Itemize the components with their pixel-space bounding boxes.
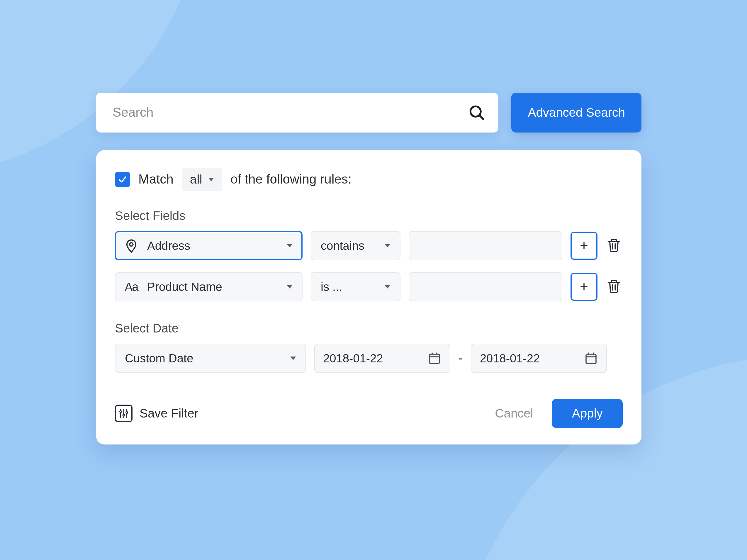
match-row: Match all of the following rules: <box>115 168 623 191</box>
chevron-down-icon <box>287 244 292 248</box>
location-pin-icon <box>124 238 139 253</box>
svg-point-19 <box>123 414 125 416</box>
field-value: Product Name <box>147 280 279 294</box>
save-filter-button[interactable]: Save Filter <box>115 405 199 422</box>
operator-value: contains <box>321 239 385 252</box>
date-type-select[interactable]: Custom Date <box>115 343 306 373</box>
value-input[interactable] <box>409 272 563 301</box>
svg-point-20 <box>126 412 128 413</box>
rule-row: Address contains + <box>115 231 623 260</box>
field-value: Address <box>147 239 279 252</box>
main-content: Advanced Search Match all of the followi… <box>96 93 641 444</box>
date-from-value: 2018-01-22 <box>323 352 421 365</box>
field-select[interactable]: Aa Product Name <box>115 272 303 301</box>
chevron-down-icon <box>385 285 391 288</box>
sliders-icon <box>115 405 132 422</box>
search-icon[interactable] <box>468 104 486 121</box>
text-aa-icon: Aa <box>124 279 139 295</box>
apply-button[interactable]: Apply <box>552 399 623 428</box>
delete-rule-button[interactable] <box>606 278 623 296</box>
match-suffix-label: of the following rules: <box>230 172 352 187</box>
panel-footer: Save Filter Cancel Apply <box>115 399 623 428</box>
date-row: Custom Date 2018-01-22 <box>115 343 623 373</box>
svg-rect-11 <box>586 354 596 363</box>
calendar-icon <box>428 351 441 365</box>
chevron-down-icon <box>385 244 391 248</box>
add-rule-button[interactable]: + <box>571 232 597 260</box>
chevron-down-icon <box>290 357 296 360</box>
date-section: Select Date Custom Date 2018-01-22 <box>115 321 623 373</box>
svg-point-18 <box>120 411 122 412</box>
search-box <box>96 93 498 132</box>
advanced-search-button[interactable]: Advanced Search <box>511 93 641 132</box>
trash-icon <box>607 246 622 254</box>
rule-row: Aa Product Name is ... + <box>115 272 623 301</box>
search-row: Advanced Search <box>96 93 641 132</box>
add-rule-button[interactable]: + <box>571 273 597 301</box>
advanced-search-panel: Match all of the following rules: Select… <box>96 150 641 444</box>
operator-select[interactable]: is ... <box>311 272 401 301</box>
chevron-down-icon <box>287 285 292 288</box>
cancel-button[interactable]: Cancel <box>495 406 533 421</box>
delete-rule-button[interactable] <box>606 237 623 254</box>
match-prefix-label: Match <box>138 172 174 187</box>
svg-rect-7 <box>430 354 439 363</box>
date-to-value: 2018-01-22 <box>480 352 578 365</box>
plus-icon: + <box>580 279 588 295</box>
trash-icon <box>607 286 622 295</box>
select-date-label: Select Date <box>115 321 623 335</box>
match-mode-select[interactable]: all <box>182 168 222 191</box>
date-range-separator: - <box>459 351 463 366</box>
value-input[interactable] <box>409 231 563 260</box>
date-to-field[interactable]: 2018-01-22 <box>471 343 607 373</box>
plus-icon: + <box>580 237 588 254</box>
date-type-value: Custom Date <box>125 352 290 365</box>
svg-point-2 <box>130 243 133 246</box>
chevron-down-icon <box>208 178 214 181</box>
field-select[interactable]: Address <box>115 231 303 260</box>
select-fields-label: Select Fields <box>115 209 623 223</box>
match-checkbox[interactable] <box>115 172 130 187</box>
match-mode-value: all <box>190 172 202 186</box>
save-filter-label: Save Filter <box>139 406 199 421</box>
search-input[interactable] <box>112 105 468 120</box>
operator-select[interactable]: contains <box>311 231 401 260</box>
operator-value: is ... <box>321 280 385 294</box>
date-from-field[interactable]: 2018-01-22 <box>314 343 450 373</box>
svg-line-1 <box>479 115 484 119</box>
calendar-icon <box>584 351 598 365</box>
